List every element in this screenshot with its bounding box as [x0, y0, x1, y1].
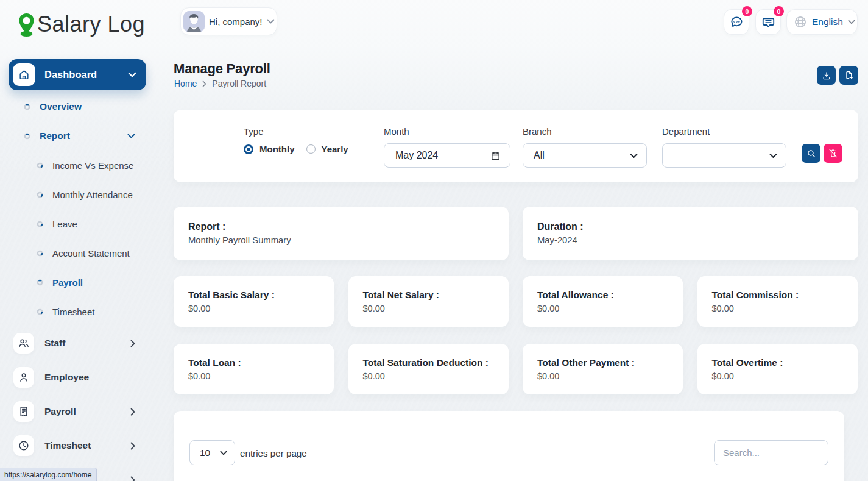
branch-label: Branch [523, 126, 552, 137]
department-select[interactable] [662, 143, 786, 168]
chat-button[interactable]: 0 [724, 9, 749, 35]
bullet-icon [37, 191, 43, 198]
search-filter-button[interactable] [802, 144, 820, 163]
sidebar-item-income-vs-expense[interactable]: Income Vs Expense [37, 159, 136, 172]
total-value: $0.00 [712, 371, 846, 381]
total-label: Total Overtime : [712, 357, 846, 368]
sidebar-item-payroll-report[interactable]: Payroll [37, 276, 136, 289]
page-size-value: 10 [200, 447, 213, 458]
sidebar-item-timesheet[interactable]: Timesheet [13, 435, 139, 457]
sidebar-item-payroll[interactable]: Payroll [13, 401, 139, 422]
breadcrumb-home-link[interactable]: Home [174, 79, 197, 88]
radio-yearly[interactable] [306, 144, 316, 154]
total-label: Total Loan : [188, 357, 322, 368]
radio-yearly-label: Yearly [322, 144, 348, 154]
bullet-icon [37, 221, 43, 227]
total-value: $0.00 [363, 371, 496, 381]
sidebar-item-label: Overview [40, 101, 82, 112]
sidebar-item-timesheet-report[interactable]: Timesheet [37, 305, 136, 318]
sidebar-item-label: Employee [44, 372, 139, 383]
chat-icon [729, 15, 744, 29]
user-menu[interactable]: Hi, company! [180, 7, 277, 35]
download-icon [822, 71, 831, 80]
filter-card: Type Month Branch Department Monthly Yea… [174, 110, 858, 182]
bullet-icon [37, 279, 43, 286]
language-selector[interactable]: English [786, 9, 858, 35]
status-url-text: https://salarylog.com/home [4, 471, 91, 479]
table-search-input[interactable] [714, 440, 828, 465]
sidebar-item-label: Dashboard [44, 69, 128, 80]
total-card: Total Net Salary : $0.00 [348, 276, 509, 327]
sidebar-item-label: Monthly Attendance [52, 190, 133, 200]
sidebar-item-label: Payroll [52, 277, 83, 288]
branch-select[interactable]: All [523, 143, 647, 168]
app-logo[interactable]: Salary Log [18, 9, 145, 40]
home-icon [13, 63, 35, 86]
sidebar-item-label: Income Vs Expense [52, 160, 133, 171]
page-title: Manage Payroll [174, 61, 270, 77]
sidebar-item-label: Staff [44, 338, 130, 349]
total-card: Total Loan : $0.00 [174, 344, 334, 394]
sidebar-item-staff[interactable]: Staff [13, 332, 139, 354]
bullet-icon [24, 104, 30, 110]
sidebar-item-employee[interactable]: Employee [13, 366, 139, 388]
user-avatar [183, 11, 205, 32]
calendar-icon[interactable] [490, 151, 501, 161]
chevron-right-icon [130, 442, 135, 450]
sidebar-item-label: Timesheet [44, 440, 130, 451]
entries-per-page-label: entries per page [240, 448, 307, 458]
total-card: Total Overtime : $0.00 [697, 344, 858, 394]
duration-label: Duration : [537, 221, 844, 232]
branch-value: All [534, 150, 630, 161]
receipt-icon [13, 401, 34, 422]
department-label: Department [662, 126, 710, 137]
page-size-select[interactable]: 10 [189, 440, 235, 465]
messages-icon [761, 15, 775, 29]
radio-monthly-label: Monthly [259, 144, 295, 154]
chevron-down-icon [127, 134, 135, 138]
file-export-icon [844, 70, 854, 80]
total-value: $0.00 [188, 304, 322, 313]
total-card: Total Basic Salary : $0.00 [174, 276, 334, 327]
sidebar-item-monthly-attendance[interactable]: Monthly Attendance [37, 188, 136, 201]
reset-filter-button[interactable] [824, 144, 842, 163]
clock-icon [13, 435, 34, 456]
sidebar-item-overview[interactable]: Overview [24, 100, 136, 113]
chevron-down-icon [630, 153, 638, 159]
month-input[interactable]: May 2024 [384, 143, 510, 168]
chevron-right-icon [130, 476, 135, 481]
sidebar-item-account-statement[interactable]: Account Statement [37, 246, 136, 260]
total-value: $0.00 [537, 304, 671, 313]
download-button[interactable] [817, 66, 836, 85]
trash-slash-icon [828, 148, 838, 159]
chevron-down-icon [128, 72, 136, 77]
radio-monthly[interactable] [244, 144, 253, 154]
breadcrumb-current: Payroll Report [212, 79, 266, 88]
messages-badge: 0 [774, 6, 784, 16]
export-file-button[interactable] [839, 66, 858, 85]
messages-button[interactable]: 0 [755, 9, 781, 35]
chevron-right-icon [130, 340, 135, 347]
month-value: May 2024 [395, 150, 490, 161]
sidebar-item-label: Account Statement [52, 248, 130, 258]
sidebar-item-dashboard[interactable]: Dashboard [9, 59, 146, 90]
search-icon [806, 149, 816, 159]
report-label: Report : [188, 221, 494, 232]
logo-text: Salary Log [37, 9, 145, 40]
total-value: $0.00 [537, 371, 671, 381]
chevron-down-icon [267, 19, 275, 24]
sidebar-item-label: Timesheet [52, 307, 94, 317]
sidebar-item-label: Payroll [44, 406, 130, 417]
sidebar-item-leave[interactable]: Leave [37, 217, 136, 230]
total-label: Total Basic Salary : [188, 290, 322, 301]
report-value: Monthly Payroll Summary [188, 235, 494, 245]
total-label: Total Net Salary : [363, 290, 496, 301]
total-card: Total Allowance : $0.00 [523, 276, 683, 327]
bullet-icon [24, 133, 30, 140]
bullet-icon [37, 250, 43, 257]
total-value: $0.00 [363, 304, 496, 313]
bullet-icon [37, 162, 43, 169]
duration-summary-card: Duration : May-2024 [523, 207, 858, 260]
total-label: Total Allowance : [537, 290, 671, 301]
sidebar-item-report[interactable]: Report [24, 129, 136, 143]
